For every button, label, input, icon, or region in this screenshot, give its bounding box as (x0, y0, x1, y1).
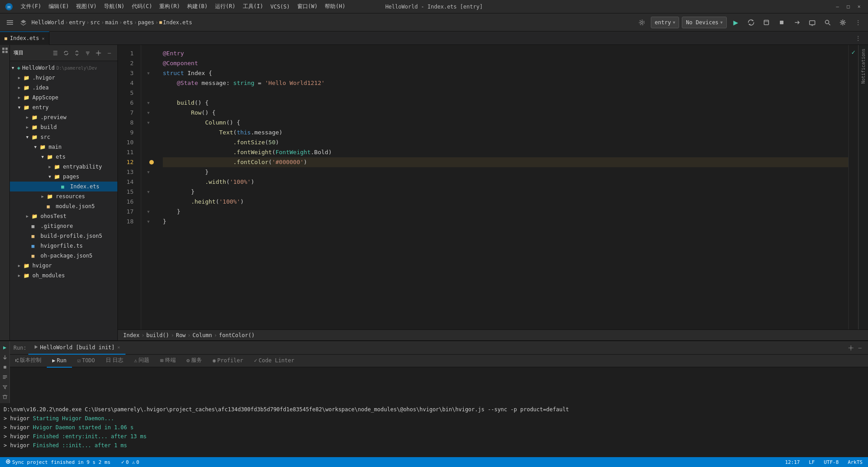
tab-todo[interactable]: ☑ TODO (72, 354, 100, 368)
menu-refactor[interactable]: 重构(R) (156, 0, 183, 13)
run-panel-filter-icon[interactable] (0, 382, 9, 391)
status-ok[interactable]: ✓ 0 ⚠ 0 (120, 459, 141, 465)
activity-project-icon[interactable] (0, 46, 9, 55)
status-encoding[interactable]: UTF-8 (822, 459, 841, 465)
tree-item-main[interactable]: ▼ 📁 main (10, 142, 117, 152)
bc-pages[interactable]: pages (138, 19, 154, 26)
menu-vcs[interactable]: VCS(S) (267, 0, 293, 13)
sidebar-filter-icon[interactable] (83, 49, 92, 58)
gear-icon[interactable] (837, 16, 849, 29)
status-lang[interactable]: ArkTS (846, 459, 864, 465)
tab-profiler[interactable]: ◉ Profiler (207, 354, 249, 368)
gutter-3-fold[interactable]: ▼ (141, 68, 156, 78)
bottom-panel-minimize[interactable]: — (855, 343, 864, 352)
run-panel-trash-icon[interactable] (0, 392, 9, 401)
tree-item-hvigor[interactable]: ▶ 📁 hvigor (10, 261, 117, 271)
tab-codelinter[interactable]: ✓ Code Linter (249, 354, 300, 368)
tab-run-main[interactable]: ▶ Run (47, 354, 72, 368)
bc-entry[interactable]: entry (69, 19, 85, 26)
toolbar-icon-2[interactable] (17, 16, 30, 29)
tab-terminal[interactable]: ⊞ 终端 (155, 354, 181, 368)
menu-navigate[interactable]: 导航(N) (100, 0, 128, 13)
editor-bc-row[interactable]: Row (176, 332, 186, 338)
entry-selector[interactable]: entry ▼ (651, 17, 680, 28)
tree-item-ohostest[interactable]: ▶ 📁 ohosTest (10, 211, 117, 221)
build-button[interactable] (760, 16, 773, 29)
tab-more-icon[interactable]: ⋮ (852, 32, 864, 44)
status-sync[interactable]: Sync project finished in 9 s 2 ms (4, 459, 112, 466)
tree-item-preview[interactable]: ▶ 📁 .preview (10, 112, 117, 122)
run-panel-scroll-icon[interactable] (0, 373, 9, 382)
sidebar-add-icon[interactable] (51, 49, 60, 58)
sidebar-settings-icon[interactable] (94, 49, 103, 58)
tree-item-pages[interactable]: ▼ 📁 pages (10, 172, 117, 182)
tree-item-entryability[interactable]: ▶ 📁 entryability (10, 162, 117, 172)
tree-item-hvigorfile[interactable]: ▶ ■ hvigorfile.ts (10, 241, 117, 251)
sync-button[interactable] (745, 16, 757, 29)
tab-services[interactable]: ⚙ 服务 (181, 354, 207, 368)
search-icon[interactable] (821, 16, 834, 29)
editor-bc-build[interactable]: build() (146, 332, 169, 338)
run-tab-close[interactable]: ✕ (117, 345, 120, 350)
menu-window[interactable]: 窗口(W) (294, 0, 322, 13)
toolbar-icon-1[interactable] (4, 16, 16, 29)
menu-help[interactable]: 帮助(H) (321, 0, 349, 13)
sidebar-sync-icon[interactable] (62, 49, 71, 58)
maximize-button[interactable]: □ (845, 3, 852, 10)
bottom-panel-settings[interactable] (846, 343, 855, 352)
status-lf[interactable]: LF (807, 459, 817, 465)
bc-main[interactable]: main (105, 19, 118, 26)
gutter-15-fold[interactable]: ▼ (141, 187, 156, 197)
tab-issues[interactable]: ⚠ 问题 (129, 354, 155, 368)
gutter-13-fold[interactable]: ▼ (141, 167, 156, 177)
tree-item-entry[interactable]: ▼ 📁 entry (10, 102, 117, 112)
tree-item-build[interactable]: ▶ 📁 build (10, 122, 117, 132)
tree-item-idea[interactable]: ▶ 📁 .idea (10, 83, 117, 93)
sidebar-collapse-icon[interactable] (72, 49, 81, 58)
gutter-17-fold[interactable]: ▼ (141, 207, 156, 217)
tree-item-hvigor-hidden[interactable]: ▶ 📁 .hvigor (10, 73, 117, 83)
status-time[interactable]: 12:17 (783, 459, 801, 465)
tree-item-gitignore[interactable]: ▶ ■ .gitignore (10, 221, 117, 231)
minimize-button[interactable]: — (834, 3, 841, 10)
devices-button[interactable] (806, 16, 819, 29)
gutter-7-fold[interactable]: ▼ (141, 108, 156, 118)
tree-item-indexets[interactable]: ▶ ■ Index.ets (10, 182, 117, 191)
run-panel-down-icon[interactable] (0, 353, 9, 362)
attach-button[interactable] (791, 16, 803, 29)
stop-button[interactable] (775, 16, 788, 29)
tab-close-button[interactable]: ✕ (42, 36, 45, 41)
tree-item-resources[interactable]: ▶ 📁 resources (10, 191, 117, 201)
gutter-8-fold[interactable]: ▼ (141, 118, 156, 128)
tree-item-oh-package[interactable]: ▶ ■ oh-package.json5 (10, 251, 117, 261)
more-icon[interactable]: ⋮ (852, 16, 864, 29)
tree-item-module-json[interactable]: ▶ ■ module.json5 (10, 201, 117, 211)
tree-item-build-profile[interactable]: ▶ ■ build-profile.json5 (10, 231, 117, 241)
menu-file[interactable]: 文件(F) (17, 0, 45, 13)
editor-bc-column[interactable]: Column (192, 332, 212, 338)
tab-index-ets[interactable]: ■ Index.ets ✕ (0, 31, 49, 45)
menu-run[interactable]: 运行(R) (211, 0, 239, 13)
editor-content[interactable]: 1 2 3 4 5 6 7 8 9 10 11 12 13 14 15 16 1 (118, 45, 868, 329)
tree-item-oh-modules[interactable]: ▶ 📁 oh_modules (10, 271, 117, 280)
close-button[interactable]: ✕ (855, 3, 863, 10)
notifications-label[interactable]: Notifications (860, 45, 867, 87)
bc-ets[interactable]: ets (123, 19, 133, 26)
menu-tools[interactable]: 工具(I) (239, 0, 267, 13)
run-button[interactable]: ▶ (729, 16, 742, 29)
tab-version-control[interactable]: ⑆ 版本控制 (10, 354, 47, 368)
menu-build[interactable]: 构建(B) (183, 0, 211, 13)
device-selector[interactable]: No Devices ▼ (682, 17, 727, 28)
sidebar-close-icon[interactable]: — (105, 49, 114, 58)
tab-log[interactable]: 日 日志 (100, 354, 129, 368)
menu-code[interactable]: 代码(C) (128, 0, 156, 13)
tree-item-ets[interactable]: ▼ 📁 ets (10, 152, 117, 162)
menu-view[interactable]: 视图(V) (72, 0, 100, 13)
run-panel-run-icon[interactable]: ▶ (0, 343, 9, 352)
tree-item-src[interactable]: ▼ 📁 src (10, 132, 117, 142)
editor-bc-index[interactable]: Index (123, 332, 139, 338)
tree-item-appscope[interactable]: ▶ 📁 AppScope (10, 93, 117, 102)
editor-bc-fontcolor[interactable]: fontColor() (219, 332, 255, 338)
bc-src[interactable]: src (90, 19, 100, 26)
code-editor[interactable]: @Entry @Component struct Index { @State … (156, 45, 848, 329)
